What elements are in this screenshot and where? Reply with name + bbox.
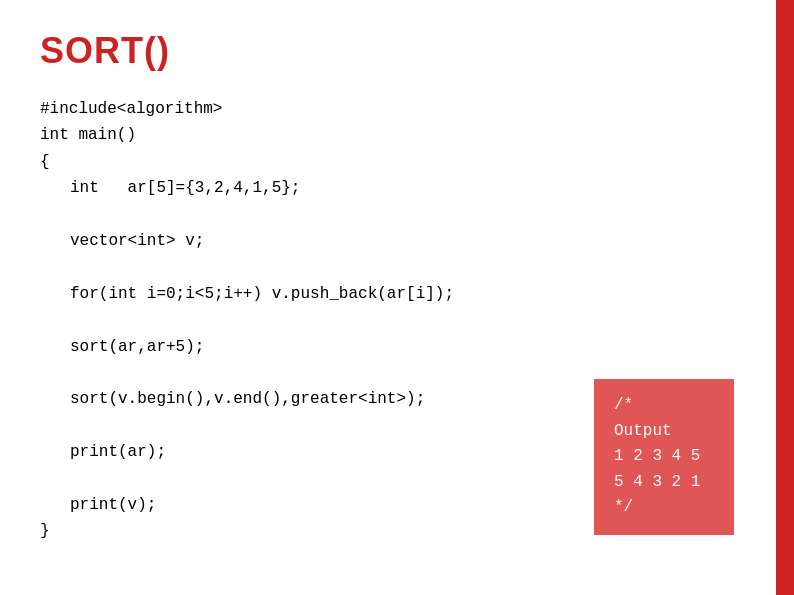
output-line-1: /* [614, 396, 633, 414]
page: SORT() #include<algorithm> int main() { … [0, 0, 794, 595]
code-line-5 [40, 202, 754, 228]
code-line-9 [40, 307, 754, 333]
code-line-8: for(int i=0;i<5;i++) v.push_back(ar[i]); [40, 281, 754, 307]
code-line-3: { [40, 149, 754, 175]
output-box: /* Output 1 2 3 4 5 5 4 3 2 1 */ [594, 379, 734, 535]
code-line-7 [40, 254, 754, 280]
output-line-2: Output [614, 422, 672, 440]
right-bar-accent [776, 0, 794, 595]
code-line-10: sort(ar,ar+5); [40, 334, 754, 360]
code-line-2: int main() [40, 122, 754, 148]
code-line-6: vector<int> v; [40, 228, 754, 254]
output-line-3: 1 2 3 4 5 [614, 447, 700, 465]
output-line-5: */ [614, 498, 633, 516]
code-line-1: #include<algorithm> [40, 96, 754, 122]
page-title: SORT() [40, 30, 754, 72]
code-line-4: int ar[5]={3,2,4,1,5}; [40, 175, 754, 201]
output-line-4: 5 4 3 2 1 [614, 473, 700, 491]
